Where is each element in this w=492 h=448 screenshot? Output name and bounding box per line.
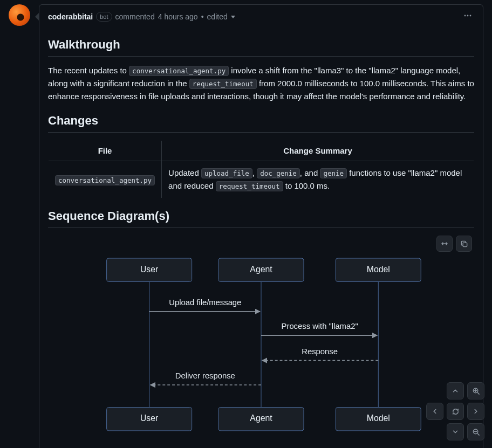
col-file: File	[49, 141, 162, 161]
participant-agent-bottom: Agent	[250, 413, 272, 423]
edited-text: edited	[207, 12, 228, 21]
text-fragment: Updated	[168, 168, 201, 177]
nav-right-icon[interactable]	[467, 403, 484, 420]
text-fragment: , and	[300, 168, 320, 177]
participant-agent-top: Agent	[250, 265, 272, 274]
nav-left-icon[interactable]	[426, 403, 443, 420]
walkthrough-heading: Walkthrough	[48, 38, 474, 57]
walkthrough-paragraph: The recent updates to conversational_age…	[48, 64, 474, 103]
msg-process: Process with "llama2"	[282, 322, 358, 330]
participant-user-bottom: User	[140, 413, 158, 423]
changes-table: File Change Summary conversational_agent…	[48, 140, 474, 198]
participant-model-top: Model	[367, 265, 390, 274]
avatar[interactable]	[9, 4, 30, 26]
code-request-timeout: request_timeout	[189, 79, 257, 89]
text-fragment: ,	[252, 168, 257, 177]
text-fragment: to 100.0 ms.	[283, 181, 330, 190]
table-row: conversational_agent.py Updated upload_f…	[49, 161, 474, 198]
msg-response: Response	[302, 347, 338, 356]
meta-separator: •	[201, 12, 204, 21]
text-fragment: The recent updates to	[48, 66, 129, 75]
changes-heading: Changes	[48, 114, 474, 133]
comment-header: coderabbitai bot commented 4 hours ago •…	[39, 5, 483, 28]
code-genie: genie	[320, 168, 347, 178]
zoom-out-icon[interactable]	[467, 423, 484, 440]
author-name[interactable]: coderabbitai	[48, 12, 93, 21]
sequence-diagram: User Agent Model Upload file/message Pro…	[48, 236, 474, 447]
msg-deliver: Deliver response	[175, 371, 235, 380]
svg-point-2	[470, 15, 472, 17]
nav-up-icon[interactable]	[447, 382, 464, 399]
msg-upload: Upload file/message	[169, 298, 241, 307]
code-conversational-agent: conversational_agent.py	[129, 66, 229, 76]
refresh-icon[interactable]	[447, 403, 464, 420]
file-cell: conversational_agent.py	[49, 161, 162, 198]
comment-body: coderabbitai bot commented 4 hours ago •…	[39, 4, 483, 448]
svg-point-0	[464, 15, 466, 17]
bot-badge: bot	[96, 12, 112, 22]
summary-cell: Updated upload_file, doc_genie, and geni…	[162, 161, 474, 198]
edited-label[interactable]: edited	[207, 12, 235, 21]
svg-rect-3	[463, 243, 467, 247]
diagram-heading: Sequence Diagram(s)	[48, 209, 474, 228]
kebab-menu-icon[interactable]	[461, 9, 474, 24]
expand-horizontal-icon[interactable]	[436, 236, 453, 252]
diagram-nav-controls	[426, 382, 484, 440]
code-doc-genie: doc_genie	[257, 168, 300, 178]
nav-down-icon[interactable]	[447, 423, 464, 440]
col-summary: Change Summary	[162, 141, 474, 161]
participant-user-top: User	[140, 265, 158, 274]
timestamp[interactable]: 4 hours ago	[158, 12, 198, 21]
chevron-down-icon	[231, 16, 235, 18]
svg-point-1	[467, 15, 469, 17]
copy-icon[interactable]	[456, 236, 472, 252]
code-request-timeout-2: request_timeout	[216, 181, 283, 191]
participant-model-bottom: Model	[367, 413, 390, 423]
code-upload-file: upload_file	[201, 168, 252, 178]
commented-label: commented	[115, 12, 155, 21]
zoom-in-icon[interactable]	[467, 382, 484, 399]
code-file: conversational_agent.py	[55, 175, 155, 185]
